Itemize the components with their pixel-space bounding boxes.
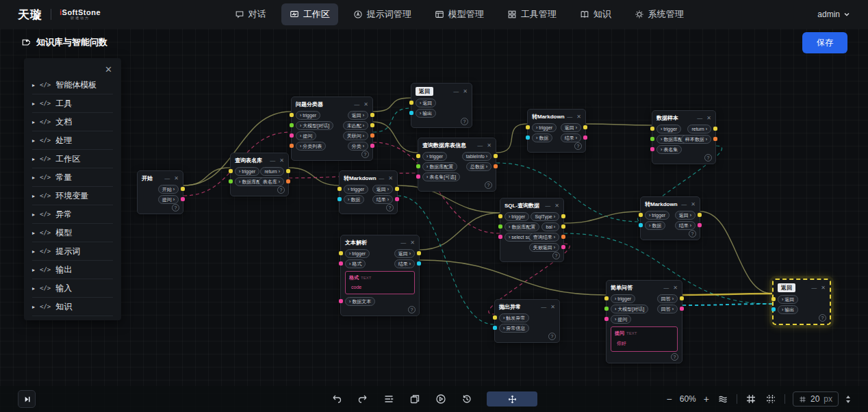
output-port[interactable] <box>417 261 421 266</box>
nav-item-6[interactable]: 知识 <box>572 3 620 25</box>
input-port[interactable] <box>604 296 609 300</box>
flow-node-start[interactable]: 开始—✕开始 ›提问 ›? <box>137 170 183 214</box>
output-port[interactable] <box>494 164 498 168</box>
output-port[interactable] <box>395 197 399 201</box>
grid-size-stepper[interactable] <box>846 396 850 403</box>
output-port[interactable] <box>583 125 587 129</box>
input-port[interactable] <box>229 179 233 183</box>
step-down-icon[interactable] <box>846 400 850 403</box>
node-text-field[interactable]: 格式TEXTcode <box>345 271 415 294</box>
help-icon[interactable]: ? <box>408 306 416 313</box>
node-close-icon[interactable]: ✕ <box>691 202 695 207</box>
help-icon[interactable]: ? <box>689 230 696 237</box>
palette-item-4[interactable]: ▸</>处理 <box>32 131 113 150</box>
help-icon[interactable]: ? <box>386 204 394 211</box>
input-port[interactable] <box>416 175 420 179</box>
input-port[interactable] <box>229 169 233 173</box>
nav-item-7[interactable]: 系统管理 <box>626 3 692 25</box>
output-port[interactable] <box>561 214 565 218</box>
palette-item-7[interactable]: ▸</>环境变量 <box>32 187 113 205</box>
output-port[interactable] <box>370 133 374 138</box>
flow-node-query-table-lib[interactable]: 查询表名库—✕› triggerreturn ›› 数据库配置表名库 ›? <box>230 153 289 196</box>
node-collapse-icon[interactable]: — <box>663 285 669 291</box>
output-port[interactable] <box>680 307 684 311</box>
output-port[interactable] <box>417 251 421 255</box>
output-port[interactable] <box>181 197 185 201</box>
palette-item-10[interactable]: ▸</>提示词 <box>32 242 113 261</box>
node-close-icon[interactable]: ✕ <box>388 176 393 181</box>
flow-node-question-classifier[interactable]: 问题分类器—✕› trigger返回 ›› 大模型[对话]未匹配 ›› 提问关联… <box>291 96 373 161</box>
input-port[interactable] <box>339 299 343 303</box>
input-port[interactable] <box>498 224 502 229</box>
help-icon[interactable]: ? <box>574 142 582 150</box>
pan-tool-button[interactable] <box>487 391 537 407</box>
help-icon[interactable]: ? <box>485 181 492 189</box>
nav-item-3[interactable]: 提示词管理 <box>345 3 420 25</box>
input-port[interactable] <box>409 101 413 105</box>
zoom-out-button[interactable]: − <box>667 394 672 404</box>
nav-item-4[interactable]: 模型管理 <box>426 3 492 25</box>
input-port[interactable] <box>498 214 502 218</box>
input-port[interactable] <box>493 316 497 320</box>
output-port[interactable] <box>698 223 702 227</box>
workflow-canvas[interactable]: ✕ ▸</>智能体模板▸</>工具▸</>文档▸</>处理▸</>工作区▸</>… <box>0 29 868 412</box>
node-collapse-icon[interactable]: — <box>270 158 275 164</box>
input-port[interactable] <box>650 137 654 141</box>
palette-item-2[interactable]: ▸</>工具 <box>32 94 113 113</box>
palette-item-6[interactable]: ▸</>常量 <box>32 168 113 187</box>
node-close-icon[interactable]: ✕ <box>279 158 284 164</box>
output-port[interactable] <box>561 245 565 249</box>
node-close-icon[interactable]: ✕ <box>673 285 678 291</box>
input-port[interactable] <box>771 307 776 311</box>
output-port[interactable] <box>713 127 717 131</box>
help-icon[interactable]: ? <box>704 154 712 162</box>
user-menu[interactable]: admin <box>817 10 850 19</box>
input-port[interactable] <box>639 223 643 227</box>
step-up-icon[interactable] <box>846 396 850 398</box>
flow-node-simple-qa[interactable]: 简单问答—✕› trigger回答 ›› 大模型[对话]回答 ›› 提问提问TE… <box>606 280 682 363</box>
palette-item-8[interactable]: ▸</>异常 <box>32 205 113 224</box>
output-port[interactable] <box>286 179 290 183</box>
node-close-icon[interactable]: ✕ <box>706 116 711 121</box>
input-port[interactable] <box>526 136 530 140</box>
undo-icon[interactable] <box>331 393 343 405</box>
grid-size-input[interactable]: 20 px <box>793 391 839 407</box>
output-port[interactable] <box>370 113 374 117</box>
zoom-in-button[interactable]: + <box>704 394 709 404</box>
palette-item-12[interactable]: ▸</>输入 <box>32 279 113 298</box>
nav-item-1[interactable]: 对话 <box>227 3 275 25</box>
output-port[interactable] <box>698 213 702 217</box>
input-port[interactable] <box>339 251 343 255</box>
help-icon[interactable]: ? <box>172 204 179 211</box>
output-port[interactable] <box>370 144 374 148</box>
flow-node-sql-query[interactable]: SQL-查询数据—✕› triggerSqlType ›› 数据库配置bal ›… <box>500 198 564 262</box>
node-collapse-icon[interactable]: — <box>545 203 550 209</box>
input-port[interactable] <box>337 197 342 201</box>
node-text-field[interactable]: 提问TEXT你好 <box>611 326 678 352</box>
output-port[interactable] <box>395 187 399 191</box>
flow-node-data-sample[interactable]: 数据样本—✕› triggerreturn ›› 数据库配置样本数据 ›› 表名… <box>652 110 716 164</box>
output-port[interactable] <box>680 296 684 300</box>
grid-dots-icon[interactable] <box>765 393 777 405</box>
input-port[interactable] <box>604 317 609 321</box>
output-port[interactable] <box>286 169 290 173</box>
input-port[interactable] <box>290 113 294 117</box>
palette-item-1[interactable]: ▸</>智能体模板 <box>32 76 113 94</box>
node-collapse-icon[interactable]: — <box>567 114 572 120</box>
palette-item-13[interactable]: ▸</>知识 <box>32 298 113 316</box>
input-port[interactable] <box>493 326 497 330</box>
node-close-icon[interactable]: ✕ <box>554 203 559 209</box>
node-collapse-icon[interactable]: — <box>379 176 384 181</box>
output-port[interactable] <box>583 136 587 140</box>
redo-icon[interactable] <box>357 393 369 405</box>
help-icon[interactable]: ? <box>552 252 560 259</box>
node-collapse-icon[interactable]: — <box>697 116 702 121</box>
node-collapse-icon[interactable]: — <box>354 102 359 107</box>
node-collapse-icon[interactable]: — <box>164 176 170 181</box>
help-icon[interactable]: ? <box>671 353 678 361</box>
help-icon[interactable]: ? <box>548 333 556 340</box>
align-list-icon[interactable] <box>383 393 395 405</box>
flow-node-to-markdown-3[interactable]: 转Markdown—✕› trigger返回 ›› 数据结果 ›? <box>640 196 700 240</box>
node-collapse-icon[interactable]: — <box>811 285 817 291</box>
input-port[interactable] <box>526 125 530 129</box>
